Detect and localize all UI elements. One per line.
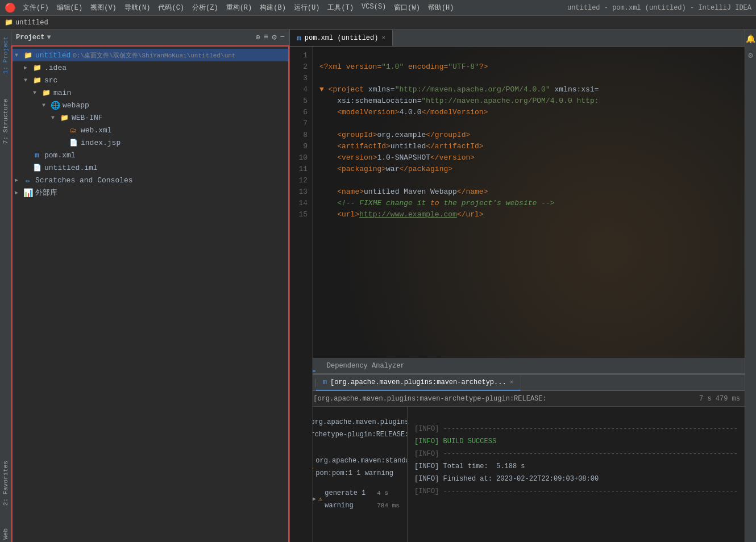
- file-icon-indexjsp: 📄: [68, 137, 78, 148]
- tree-label-iml: untitled.iml: [44, 164, 98, 172]
- tree-label-main: main: [53, 89, 71, 97]
- menu-nav[interactable]: 导航(N): [121, 2, 154, 14]
- tab-pom-icon: m: [297, 34, 301, 43]
- menu-edit[interactable]: 编辑(E): [53, 2, 86, 14]
- tab-pom-close[interactable]: ×: [381, 35, 385, 41]
- external-icon: 📊: [23, 187, 33, 198]
- tree-item-idea[interactable]: ▶ 📁 .idea: [13, 61, 288, 74]
- menu-build[interactable]: 构建(B): [256, 2, 289, 14]
- tree-label-external: 外部库: [35, 187, 57, 198]
- code-content: <?xml version="1.0" encoding="UTF-8"?> ▼…: [313, 47, 606, 542]
- tree-label-scratches: Scratches and Consoles: [35, 176, 133, 185]
- menu-run[interactable]: 运行(U): [290, 2, 323, 14]
- arrow-webapp: ▼: [42, 102, 50, 109]
- right-icon-2[interactable]: ⚙: [746, 48, 755, 62]
- arrow-idea: ▶: [24, 64, 32, 71]
- tree-item-webapp[interactable]: ▼ 🌐 webapp: [13, 99, 288, 111]
- arrow-untitled: ▼: [15, 52, 23, 59]
- arrow-main: ▼: [33, 90, 41, 96]
- right-icon-1[interactable]: 🔔: [743, 32, 756, 46]
- window-title: untitled - pom.xml (untitled) - IntelliJ…: [567, 4, 751, 12]
- tree-label-idea: .idea: [44, 64, 67, 72]
- toolbar-settings-icon[interactable]: ⚙: [272, 32, 276, 42]
- folder-icon-untitled: 📁: [23, 50, 33, 60]
- menu-code[interactable]: 代码(C): [155, 2, 188, 14]
- folder-icon-webapp: 🌐: [50, 100, 60, 110]
- file-tree: ▼ 📁 untitled D:\桌面文件\双创文件\ShiYanMoKuai\u…: [11, 45, 289, 542]
- folder-icon-idea: 📁: [32, 62, 42, 73]
- side-tab-favorites[interactable]: 2: Favorites: [1, 456, 10, 510]
- toolbar-globe-icon[interactable]: ⊕: [255, 32, 260, 42]
- menu-help[interactable]: 帮助(H): [425, 2, 458, 14]
- tree-label-pomxml: pom.xml: [44, 151, 76, 160]
- tree-item-untitled[interactable]: ▼ 📁 untitled D:\桌面文件\双创文件\ShiYanMoKuai\u…: [13, 49, 288, 61]
- tree-item-src[interactable]: ▼ 📁 src: [13, 74, 288, 86]
- file-icon-webxml: 🗂: [68, 125, 78, 135]
- project-panel-header: Project ▼ ⊕ ≡ ⚙ −: [11, 30, 289, 45]
- project-header: 📁 untitled: [0, 16, 756, 30]
- tree-item-pomxml[interactable]: ▶ m pom.xml: [13, 149, 288, 161]
- tree-label-indexjsp: index.jsp: [81, 139, 121, 147]
- menu-view[interactable]: 视图(V): [87, 2, 120, 14]
- menu-analyze[interactable]: 分析(Z): [189, 2, 222, 14]
- arrow-src: ▼: [24, 77, 32, 84]
- tree-label-untitled: untitled: [35, 51, 70, 60]
- right-side-panel: 🔔 ⚙: [745, 30, 756, 542]
- arrow-scratches: ▶: [15, 177, 23, 184]
- side-tab-project[interactable]: 1: Project: [1, 30, 10, 81]
- side-tab-structure[interactable]: 7: Structure: [1, 92, 10, 151]
- tree-label-webinf: WEB-INF: [72, 114, 103, 122]
- arrow-webinf: ▼: [51, 115, 59, 121]
- panel-toolbar: ⊕ ≡ ⚙ −: [255, 32, 285, 42]
- menu-window[interactable]: 窗口(W): [391, 2, 423, 14]
- file-icon-pomxml: m: [32, 150, 42, 160]
- project-panel: Project ▼ ⊕ ≡ ⚙ − ▼ 📁 untitled D:\桌面文件\双…: [11, 30, 290, 542]
- editor-area: m pom.xml (untitled) × 1 2 3 4 5 6 7 8 9…: [290, 30, 745, 542]
- line-numbers: 1 2 3 4 5 6 7 8 9 10 11 12 13 14 15: [290, 47, 313, 542]
- tree-item-external[interactable]: ▶ 📊 外部库: [13, 186, 288, 199]
- arrow-external: ▶: [15, 189, 23, 196]
- project-name-label: untitled: [13, 19, 48, 27]
- side-tab-web[interactable]: Web: [1, 524, 10, 542]
- menu-refactor[interactable]: 重构(R): [223, 2, 256, 14]
- tree-label-webapp: webapp: [63, 101, 89, 110]
- tree-label-src: src: [44, 76, 57, 85]
- editor-tab-pomxml[interactable]: m pom.xml (untitled) ×: [290, 30, 393, 46]
- folder-icon-main: 📁: [41, 87, 51, 98]
- panel-title: Project: [16, 34, 44, 41]
- folder-icon-webinf: 📁: [59, 112, 69, 123]
- folder-icon-src: 📁: [32, 75, 42, 85]
- toolbar-close-icon[interactable]: −: [280, 32, 285, 42]
- app-logo: 🔴: [5, 2, 16, 14]
- run-time-main: 7 s 479 ms: [699, 395, 740, 403]
- toolbar-collapse-icon[interactable]: ≡: [264, 32, 268, 42]
- tree-path-untitled: D:\桌面文件\双创文件\ShiYanMoKuai\untitled\unt: [73, 51, 235, 60]
- tree-item-webxml[interactable]: ▶ 🗂 web.xml: [13, 124, 288, 136]
- tree-label-webxml: web.xml: [81, 126, 112, 135]
- file-icon-iml: 📄: [32, 162, 42, 173]
- scratches-icon: ✏: [23, 175, 33, 185]
- editor-tab-bar: m pom.xml (untitled) ×: [290, 30, 745, 47]
- menu-bar[interactable]: 文件(F) 编辑(E) 视图(V) 导航(N) 代码(C) 分析(Z) 重构(R…: [19, 2, 458, 14]
- menu-file[interactable]: 文件(F): [19, 2, 52, 14]
- menu-vcs[interactable]: VCS(S): [358, 2, 389, 14]
- tree-item-scratches[interactable]: ▶ ✏ Scratches and Consoles: [13, 174, 288, 186]
- tree-item-iml[interactable]: ▶ 📄 untitled.iml: [13, 161, 288, 174]
- tree-item-indexjsp[interactable]: ▶ 📄 index.jsp: [13, 136, 288, 149]
- tree-item-main[interactable]: ▼ 📁 main: [13, 86, 288, 99]
- tab-pom-label: pom.xml (untitled): [305, 34, 379, 42]
- tree-item-webinf[interactable]: ▼ 📁 WEB-INF: [13, 111, 288, 124]
- main-layout: 1: Project 7: Structure 2: Favorites Web…: [0, 30, 756, 542]
- title-bar: 🔴 文件(F) 编辑(E) 视图(V) 导航(N) 代码(C) 分析(Z) 重构…: [0, 0, 756, 16]
- menu-tools[interactable]: 工具(T): [324, 2, 357, 14]
